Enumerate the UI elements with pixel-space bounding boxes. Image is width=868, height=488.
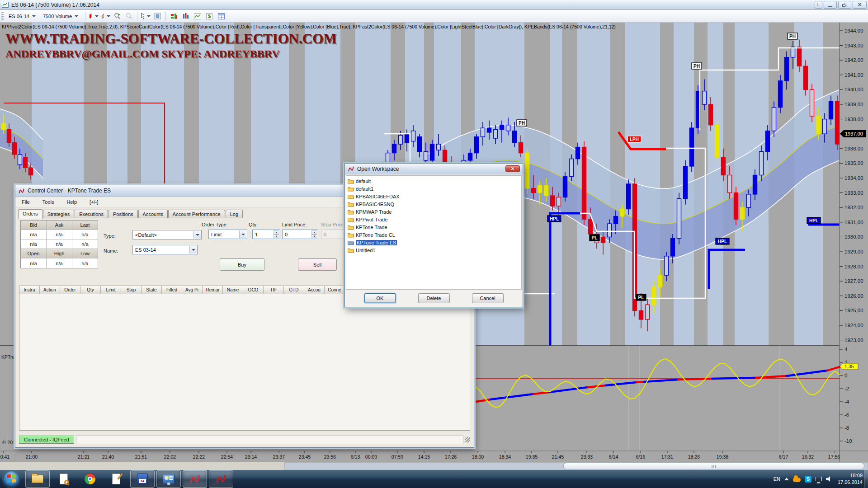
line-chart-button[interactable] — [192, 11, 203, 21]
workspace-list[interactable]: defaultdefault1KPBASIC46EFDAXKPBASIC4ESN… — [346, 175, 522, 290]
grid-column-filled[interactable]: Filled — [162, 286, 182, 294]
grid-column-qty[interactable]: Qty — [80, 286, 101, 294]
workspace-item[interactable]: KPPivot Trade — [346, 216, 521, 223]
tab-positions[interactable]: Positions — [108, 210, 138, 218]
limit-price-stepper[interactable]: 0 ▲▼ — [282, 230, 318, 239]
chart-hscrollbar[interactable] — [284, 462, 868, 469]
taskbar-notepad-button[interactable] — [104, 470, 128, 488]
taskbar-ninjatrader-button-2[interactable] — [209, 470, 233, 488]
tab-orders[interactable]: Orders — [18, 209, 42, 219]
workspace-item[interactable]: default — [346, 177, 521, 185]
restore-button[interactable] — [838, 1, 851, 9]
grid-column-stop[interactable]: Stop — [121, 286, 142, 294]
menu-[interactable]: [+/-] — [83, 198, 104, 206]
tab-accounts[interactable]: Accounts — [138, 210, 168, 218]
data-box-button[interactable] — [152, 11, 163, 21]
control-panel-icon — [163, 474, 175, 484]
cursor-tool-button[interactable] — [140, 11, 151, 21]
taskbar-floppy-button[interactable]: 64 — [130, 470, 155, 488]
taskbar-chrome-button[interactable] — [78, 470, 102, 488]
taskbar-explorer-button[interactable] — [25, 470, 50, 488]
sell-button[interactable]: Sell — [298, 258, 337, 271]
svg-text:1,35: 1,35 — [844, 364, 854, 369]
grid-column-accou[interactable]: Accou — [304, 286, 325, 294]
grid-column-avg-pr[interactable]: Avg Pr — [182, 286, 203, 294]
svg-text:1924,00: 1924,00 — [844, 323, 863, 328]
account-name-select[interactable]: ES 03-14 — [132, 245, 198, 254]
grid-column-name[interactable]: Name — [223, 286, 243, 294]
workspace-item[interactable]: KPMWAP Trade — [346, 208, 521, 216]
dialog-close-button[interactable]: ✕ — [505, 165, 520, 172]
order-type-select[interactable]: Limit — [208, 230, 247, 239]
start-button[interactable] — [3, 470, 20, 488]
interval-value: 7500 Volume — [43, 14, 72, 19]
interval-selector[interactable]: 7500 Volume — [40, 13, 81, 20]
grid-column-limit[interactable]: Limit — [101, 286, 121, 294]
workspace-item[interactable]: Untitled1 — [346, 246, 521, 254]
qty-label: Qty: — [249, 222, 258, 227]
tab-executions[interactable]: Executions — [75, 210, 108, 218]
open-workspace-titlebar[interactable]: Open Workspace ✕ — [345, 164, 523, 174]
taskbar-control-panel-button[interactable] — [156, 470, 181, 488]
delete-button[interactable]: Delete — [418, 293, 450, 303]
taskbar-clock[interactable]: 18:09 17.06.2014 — [838, 472, 863, 486]
market-analyzer-button[interactable] — [180, 11, 191, 21]
workspace-item[interactable]: KPBASIC46EFDAX — [346, 192, 521, 200]
ok-button[interactable]: OK — [364, 293, 396, 303]
skype-tray-icon[interactable]: S — [805, 476, 811, 483]
watermark: WWW.TRADING-SOFTWARE-COLLECTION.COM ANDR… — [5, 31, 337, 60]
buy-button[interactable]: Buy — [220, 258, 264, 271]
cloud-tray-icon[interactable] — [793, 478, 801, 482]
grid-column-remai[interactable]: Remai — [203, 286, 223, 294]
workspace-item[interactable]: KPTone Trade CL — [346, 231, 521, 239]
grid-column-gtd[interactable]: GTD — [284, 286, 304, 294]
volume-tray-icon[interactable] — [826, 476, 832, 482]
zoom-in-button[interactable] — [112, 11, 123, 21]
grid-column-action[interactable]: Action — [40, 286, 60, 294]
zoom-out-button[interactable] — [123, 11, 134, 21]
toolbar-grip[interactable] — [1, 12, 4, 20]
taskbar-search-button[interactable] — [52, 470, 76, 488]
chart-hscroll-strip — [0, 462, 868, 470]
network-tray-icon[interactable] — [816, 477, 822, 481]
qty-stepper[interactable]: 1 ▲▼ — [252, 230, 280, 239]
workspace-item[interactable]: default1 — [346, 185, 521, 192]
menu-help[interactable]: Help — [60, 198, 83, 206]
chart-trader-button[interactable] — [169, 11, 179, 21]
instrument-selector[interactable]: ES 06-14 — [6, 13, 38, 20]
draw-tools-button[interactable] — [100, 11, 111, 21]
svg-text:21:21: 21:21 — [78, 454, 90, 460]
minimize-button[interactable] — [824, 1, 837, 9]
hscroll-thumb[interactable] — [563, 463, 864, 469]
workspace-item[interactable]: KPBASIC4ESNQ — [346, 200, 521, 208]
link-button[interactable]: L — [815, 1, 822, 9]
cancel-button[interactable]: Cancel — [472, 293, 504, 303]
orders-grid-body[interactable] — [19, 294, 470, 431]
grid-column-order[interactable]: Order — [60, 286, 80, 294]
taskbar-ninjatrader-button-1[interactable] — [183, 470, 207, 488]
workspace-item[interactable]: KPTone Trade ES — [346, 239, 521, 246]
grid-column-oco[interactable]: OCO — [243, 286, 264, 294]
chart-window-titlebar[interactable]: ES 06-14 (7500 Volume) 17.06.2014 L ✕ — [0, 0, 868, 10]
account-data-button[interactable]: $ — [204, 11, 215, 21]
tab-strategies[interactable]: Strategies — [43, 210, 75, 218]
resize-grip[interactable] — [465, 437, 470, 442]
grid-column-tif[interactable]: TIF — [264, 286, 284, 294]
type-select[interactable]: <Default> — [132, 230, 202, 239]
show-desktop-button[interactable] — [864, 470, 868, 488]
grid-column-conne[interactable]: Conne — [325, 286, 345, 294]
chart-style-button[interactable] — [88, 11, 99, 21]
language-indicator[interactable]: EN — [774, 476, 780, 482]
menu-tools[interactable]: Tools — [36, 198, 61, 206]
close-button[interactable]: ✕ — [853, 1, 867, 9]
svg-text:1936,00: 1936,00 — [844, 146, 863, 151]
tab-log[interactable]: Log — [226, 210, 243, 218]
folder-icon — [348, 217, 354, 222]
menu-file[interactable]: File — [15, 198, 36, 206]
tab-account-performance[interactable]: Account Performance — [168, 210, 225, 218]
grid-column-instru[interactable]: Instru — [19, 286, 40, 294]
grid-button[interactable] — [216, 11, 226, 21]
grid-column-state[interactable]: State — [142, 286, 162, 294]
show-hidden-icons-button[interactable] — [784, 478, 789, 480]
workspace-item[interactable]: KPTone Trade — [346, 223, 521, 231]
